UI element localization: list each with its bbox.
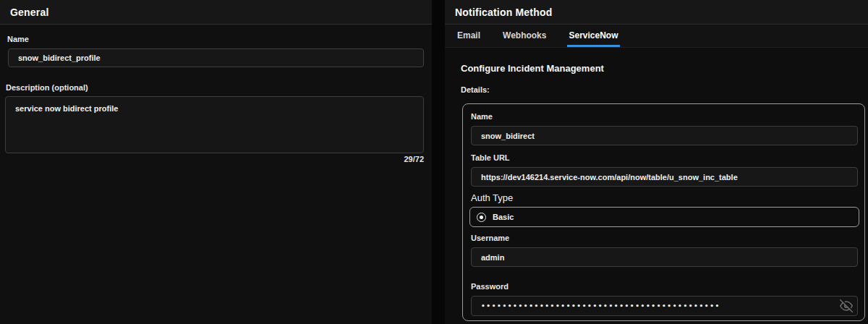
- tab-webhooks[interactable]: Webhooks: [501, 25, 548, 47]
- general-panel-title: General: [0, 7, 49, 18]
- table-url-label: Table URL: [471, 153, 510, 162]
- eye-off-icon: [840, 299, 853, 312]
- configure-incident-management-title: Configure Incident Management: [461, 63, 604, 74]
- incident-name-input[interactable]: [471, 126, 858, 145]
- password-visibility-toggle[interactable]: [839, 299, 853, 313]
- password-label: Password: [471, 282, 509, 291]
- password-field: [471, 296, 858, 316]
- char-counter: 29/72: [404, 155, 424, 163]
- profile-name-input[interactable]: [8, 48, 424, 67]
- auth-type-basic-label: Basic: [493, 213, 514, 221]
- incident-name-label: Name: [471, 112, 493, 121]
- general-panel: General Name Description (optional) serv…: [0, 0, 432, 324]
- username-label: Username: [471, 234, 509, 242]
- tab-email[interactable]: Email: [456, 25, 482, 47]
- tab-servicenow[interactable]: ServiceNow: [567, 25, 619, 47]
- radio-selected-icon: [477, 213, 486, 222]
- general-panel-header: General: [0, 0, 432, 25]
- notification-panel-title: Notification Method: [445, 7, 552, 18]
- auth-type-label: Auth Type: [471, 192, 513, 203]
- password-input[interactable]: [471, 296, 858, 316]
- notification-panel-header: Notification Method: [445, 0, 868, 25]
- description-textarea[interactable]: service now bidirect profile: [5, 96, 424, 153]
- auth-type-basic-radio[interactable]: Basic: [469, 207, 859, 227]
- name-label: Name: [7, 35, 29, 43]
- notification-tab-bar: Email Webhooks ServiceNow: [445, 25, 868, 48]
- settings-page: General Name Description (optional) serv…: [0, 0, 868, 324]
- table-url-input[interactable]: [471, 167, 858, 187]
- notification-method-panel: Notification Method Email Webhooks Servi…: [445, 0, 868, 324]
- username-input[interactable]: [471, 247, 858, 267]
- details-label: Details:: [461, 85, 490, 94]
- description-label: Description (optional): [6, 83, 88, 92]
- incident-details-box: Name Table URL Auth Type Basic Username …: [462, 103, 865, 321]
